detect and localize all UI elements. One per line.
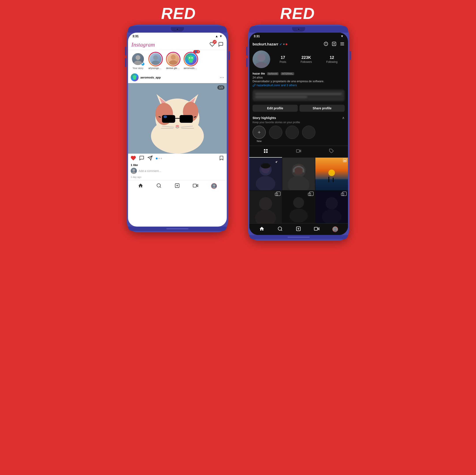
grid-photo-6[interactable] xyxy=(315,191,348,223)
stats-container: 17 Posts 223K Followers 12 Following xyxy=(272,55,345,64)
nav-profile-left[interactable] xyxy=(211,183,217,189)
tab-tagged[interactable] xyxy=(315,146,348,158)
story-label-1: arlysongomes... xyxy=(149,67,163,69)
photo-grid xyxy=(249,158,348,223)
bookmark-button[interactable] xyxy=(219,155,224,162)
highlight-3[interactable] xyxy=(302,126,315,142)
like-button[interactable] xyxy=(131,155,136,162)
active-status-dot xyxy=(286,43,287,45)
bio-desc: Desarrollador y propietario de una empre… xyxy=(253,80,345,83)
status-icons-left: ▲ ▼ xyxy=(215,34,222,38)
share-profile-button[interactable]: Share profile xyxy=(300,105,345,112)
heart-button[interactable]: 17 xyxy=(210,42,215,48)
tab-reels[interactable] xyxy=(282,146,315,158)
phone-top-bar-right xyxy=(249,26,348,33)
edit-profile-button[interactable]: Edit profile xyxy=(253,105,298,112)
svg-rect-73 xyxy=(303,169,304,172)
nav-search-right[interactable] xyxy=(277,226,283,232)
highlight-2[interactable] xyxy=(286,126,299,142)
post-time: 1 day ago xyxy=(128,175,227,180)
threads-icon-button[interactable] xyxy=(323,41,328,47)
story-item-1[interactable]: arlysongomes... xyxy=(148,52,163,69)
comment-button[interactable] xyxy=(139,155,144,162)
story-item-3[interactable]: 👤 3 aeromods_app xyxy=(183,52,199,69)
nav-reels-right[interactable] xyxy=(314,226,319,232)
profile-actions: Edit profile Share profile xyxy=(249,103,348,114)
add-icon-button[interactable] xyxy=(332,41,337,47)
svg-marker-59 xyxy=(300,150,301,152)
highlight-new-label: New xyxy=(257,140,262,142)
highlight-1[interactable] xyxy=(269,126,282,142)
nav-home-right[interactable] xyxy=(259,226,264,232)
side-buttons-right xyxy=(350,51,351,60)
time-left: 3:31 xyxy=(133,34,139,38)
post-header: aeromods_app ⋯ xyxy=(128,72,227,83)
highlights-subtitle: Keep your favorite stories on your profi… xyxy=(253,121,345,124)
posts-label: Posts xyxy=(280,60,286,64)
nav-add-left[interactable] xyxy=(174,183,180,189)
highlights-header: Story highlights ∧ xyxy=(253,116,345,120)
grid-photo-1[interactable] xyxy=(249,158,282,190)
svg-point-88 xyxy=(289,209,308,223)
menu-icon-button[interactable] xyxy=(340,41,345,47)
svg-point-96 xyxy=(278,227,282,230)
stat-following[interactable]: 12 Following xyxy=(326,55,338,64)
ig-header: Instagram 17 xyxy=(128,40,227,50)
story-item-2[interactable]: denise.glestm... xyxy=(166,52,181,69)
status-bar-right: 3:31 ▼ xyxy=(249,33,348,40)
svg-rect-44 xyxy=(193,184,196,187)
story-highlights: Story highlights ∧ Keep your favorite st… xyxy=(249,114,348,145)
nav-search-left[interactable] xyxy=(156,183,162,189)
story-item-self[interactable]: + Your story xyxy=(130,52,146,69)
svg-point-36 xyxy=(133,169,135,171)
grid-photo-3[interactable] xyxy=(315,158,348,190)
stat-posts[interactable]: 17 Posts xyxy=(280,55,286,64)
svg-point-3 xyxy=(151,61,160,65)
nav-add-right[interactable] xyxy=(296,226,301,232)
grid-photo-5[interactable] xyxy=(282,191,315,223)
svg-point-9 xyxy=(191,57,193,58)
following-count: 12 xyxy=(330,55,334,60)
nav-profile-right[interactable] xyxy=(332,226,338,232)
post-counter: 1/3 xyxy=(217,85,224,90)
profile-tabs xyxy=(249,146,348,158)
svg-rect-55 xyxy=(264,149,265,151)
svg-point-1 xyxy=(134,61,142,65)
page-wrapper: RED RED xyxy=(119,4,357,242)
heart-badge: 17 xyxy=(213,40,217,44)
svg-point-45 xyxy=(213,185,215,187)
likes-count: 1 like xyxy=(128,163,227,167)
grid-photo-4[interactable] xyxy=(249,191,282,223)
svg-line-97 xyxy=(281,230,282,231)
highlight-new[interactable]: + New xyxy=(253,126,266,142)
bio-link[interactable]: hazarbozkurt.com/ and 3 others xyxy=(253,84,345,87)
grid-photo-2[interactable] xyxy=(282,158,315,190)
story-label-3: aeromods_app xyxy=(184,67,198,69)
svg-point-4 xyxy=(171,55,176,60)
share-button[interactable] xyxy=(147,155,153,162)
profile-username: bozkurt.hazarr ✓ ▾ xyxy=(253,42,287,47)
svg-point-38 xyxy=(157,184,160,187)
followers-label: Followers xyxy=(301,60,312,64)
post-options-button[interactable]: ⋯ xyxy=(220,75,224,80)
status-icons-right: ▼ xyxy=(340,34,343,38)
stat-followers[interactable]: 223K Followers xyxy=(301,55,312,64)
svg-point-53 xyxy=(257,53,265,62)
messenger-button[interactable] xyxy=(218,42,223,48)
dropdown-chevron[interactable]: ▾ xyxy=(283,43,285,46)
nav-home-left[interactable] xyxy=(138,183,143,189)
nav-reels-left[interactable] xyxy=(193,183,198,189)
bio-age: 24 años xyxy=(253,76,345,79)
bio-pronouns: he/him/él xyxy=(267,72,279,75)
right-phone: 3:31 ▼ bozkurt.hazarr ✓ ▾ xyxy=(248,25,349,241)
post-avatar xyxy=(131,73,139,81)
right-title: RED xyxy=(280,4,315,22)
svg-line-10 xyxy=(187,56,188,57)
svg-rect-50 xyxy=(340,43,344,43)
story-label-2: denise.glestm... xyxy=(166,67,181,69)
tab-grid[interactable] xyxy=(249,146,282,158)
comment-area[interactable]: Add a comment... xyxy=(128,167,227,175)
highlights-collapse[interactable]: ∧ xyxy=(342,116,345,120)
svg-rect-60 xyxy=(296,150,300,153)
svg-marker-101 xyxy=(318,228,319,230)
